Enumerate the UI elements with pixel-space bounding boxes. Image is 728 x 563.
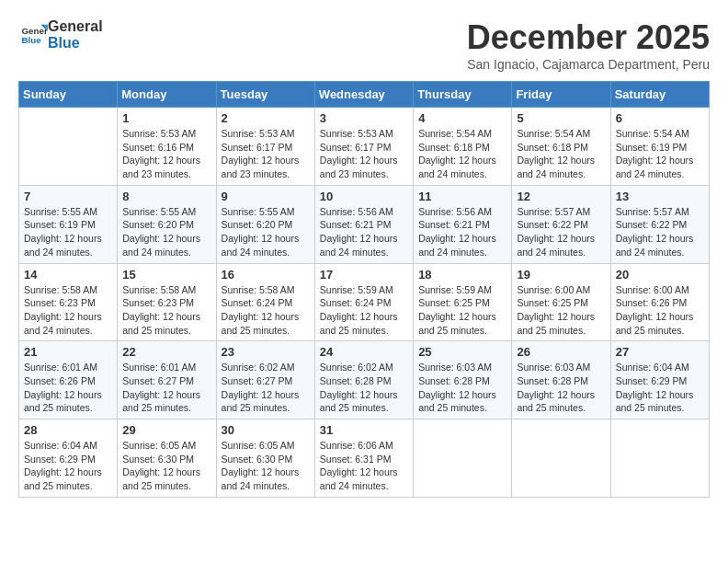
cell-sun-info: Sunrise: 6:02 AMSunset: 6:28 PMDaylight:… — [320, 361, 408, 415]
cell-sun-info: Sunrise: 5:57 AMSunset: 6:22 PMDaylight:… — [616, 205, 704, 259]
cell-day-number: 17 — [320, 268, 408, 282]
cell-sun-info: Sunrise: 5:58 AMSunset: 6:23 PMDaylight:… — [122, 283, 210, 338]
cell-sun-info: Sunrise: 6:04 AMSunset: 6:29 PMDaylight:… — [24, 439, 112, 493]
cell-day-number: 12 — [517, 190, 605, 203]
calendar-cell: 10Sunrise: 5:56 AMSunset: 6:21 PMDayligh… — [314, 185, 413, 263]
cell-sun-info: Sunrise: 6:03 AMSunset: 6:28 PMDaylight:… — [517, 361, 605, 415]
logo-icon: General Blue — [20, 21, 48, 49]
calendar-cell: 7Sunrise: 5:55 AMSunset: 6:19 PMDaylight… — [19, 185, 118, 263]
cell-sun-info: Sunrise: 6:05 AMSunset: 6:30 PMDaylight:… — [222, 439, 310, 493]
calendar-cell: 27Sunrise: 6:04 AMSunset: 6:29 PMDayligh… — [610, 341, 709, 419]
calendar-cell: 2Sunrise: 5:53 AMSunset: 6:17 PMDaylight… — [216, 108, 314, 186]
logo-blue-text: Blue — [48, 35, 103, 52]
calendar-cell: 22Sunrise: 6:01 AMSunset: 6:27 PMDayligh… — [118, 341, 216, 419]
cell-sun-info: Sunrise: 5:59 AMSunset: 6:24 PMDaylight:… — [320, 283, 408, 338]
cell-sun-info: Sunrise: 6:00 AMSunset: 6:25 PMDaylight:… — [517, 283, 605, 338]
cell-day-number: 16 — [222, 268, 310, 282]
cell-sun-info: Sunrise: 5:53 AMSunset: 6:17 PMDaylight:… — [222, 127, 310, 181]
cell-sun-info: Sunrise: 5:57 AMSunset: 6:22 PMDaylight:… — [517, 205, 605, 259]
cell-sun-info: Sunrise: 6:01 AMSunset: 6:27 PMDaylight:… — [122, 361, 210, 415]
weekday-header-saturday: Saturday — [610, 82, 709, 108]
cell-day-number: 8 — [122, 190, 210, 203]
cell-day-number: 10 — [320, 190, 408, 203]
cell-sun-info: Sunrise: 6:04 AMSunset: 6:29 PMDaylight:… — [616, 361, 704, 415]
cell-day-number: 19 — [517, 268, 605, 282]
cell-sun-info: Sunrise: 5:54 AMSunset: 6:18 PMDaylight:… — [418, 127, 506, 181]
cell-sun-info: Sunrise: 5:58 AMSunset: 6:23 PMDaylight:… — [24, 283, 112, 338]
cell-day-number: 11 — [418, 190, 506, 203]
calendar-cell: 3Sunrise: 5:53 AMSunset: 6:17 PMDaylight… — [314, 108, 413, 186]
weekday-header-sunday: Sunday — [19, 82, 118, 108]
cell-sun-info: Sunrise: 5:53 AMSunset: 6:17 PMDaylight:… — [320, 127, 408, 181]
calendar-week-row: 7Sunrise: 5:55 AMSunset: 6:19 PMDaylight… — [19, 185, 710, 263]
cell-day-number: 2 — [222, 111, 310, 125]
calendar-cell: 6Sunrise: 5:54 AMSunset: 6:19 PMDaylight… — [610, 108, 709, 186]
cell-day-number: 30 — [222, 423, 310, 437]
cell-sun-info: Sunrise: 6:02 AMSunset: 6:27 PMDaylight:… — [222, 361, 310, 415]
calendar-cell: 24Sunrise: 6:02 AMSunset: 6:28 PMDayligh… — [314, 341, 413, 419]
calendar-cell: 20Sunrise: 6:00 AMSunset: 6:26 PMDayligh… — [610, 263, 709, 341]
calendar-week-row: 21Sunrise: 6:01 AMSunset: 6:26 PMDayligh… — [19, 341, 710, 419]
cell-sun-info: Sunrise: 6:06 AMSunset: 6:31 PMDaylight:… — [320, 439, 408, 493]
calendar-cell — [512, 419, 610, 498]
calendar-cell: 19Sunrise: 6:00 AMSunset: 6:25 PMDayligh… — [512, 263, 610, 341]
cell-day-number: 4 — [418, 111, 506, 125]
calendar-cell: 5Sunrise: 5:54 AMSunset: 6:18 PMDaylight… — [512, 108, 610, 186]
calendar-cell: 26Sunrise: 6:03 AMSunset: 6:28 PMDayligh… — [512, 341, 610, 419]
cell-sun-info: Sunrise: 5:56 AMSunset: 6:21 PMDaylight:… — [418, 205, 506, 259]
cell-day-number: 21 — [24, 345, 112, 359]
cell-sun-info: Sunrise: 5:53 AMSunset: 6:16 PMDaylight:… — [122, 127, 210, 181]
calendar-week-row: 1Sunrise: 5:53 AMSunset: 6:16 PMDaylight… — [19, 108, 710, 186]
cell-day-number: 1 — [122, 111, 210, 125]
cell-day-number: 15 — [122, 268, 210, 282]
calendar-cell: 9Sunrise: 5:55 AMSunset: 6:20 PMDaylight… — [216, 185, 314, 263]
calendar-cell: 17Sunrise: 5:59 AMSunset: 6:24 PMDayligh… — [314, 263, 413, 341]
calendar-cell: 29Sunrise: 6:05 AMSunset: 6:30 PMDayligh… — [118, 419, 216, 498]
cell-sun-info: Sunrise: 5:55 AMSunset: 6:20 PMDaylight:… — [122, 205, 210, 259]
weekday-header-wednesday: Wednesday — [314, 82, 413, 108]
calendar-cell: 21Sunrise: 6:01 AMSunset: 6:26 PMDayligh… — [19, 341, 118, 419]
cell-sun-info: Sunrise: 5:58 AMSunset: 6:24 PMDaylight:… — [222, 283, 310, 338]
cell-day-number: 31 — [320, 423, 408, 437]
cell-sun-info: Sunrise: 5:56 AMSunset: 6:21 PMDaylight:… — [320, 205, 408, 259]
cell-day-number: 18 — [418, 268, 506, 282]
calendar-cell: 1Sunrise: 5:53 AMSunset: 6:16 PMDaylight… — [118, 108, 216, 186]
logo: General Blue General Blue — [18, 18, 103, 51]
weekday-header-friday: Friday — [512, 82, 610, 108]
calendar-cell: 12Sunrise: 5:57 AMSunset: 6:22 PMDayligh… — [512, 185, 610, 263]
calendar-cell: 15Sunrise: 5:58 AMSunset: 6:23 PMDayligh… — [118, 263, 216, 341]
cell-day-number: 9 — [222, 190, 310, 203]
cell-sun-info: Sunrise: 6:00 AMSunset: 6:26 PMDaylight:… — [616, 283, 704, 338]
calendar-cell: 8Sunrise: 5:55 AMSunset: 6:20 PMDaylight… — [118, 185, 216, 263]
svg-text:Blue: Blue — [22, 35, 42, 45]
calendar-cell — [19, 108, 118, 186]
cell-day-number: 24 — [320, 345, 408, 359]
calendar-cell: 23Sunrise: 6:02 AMSunset: 6:27 PMDayligh… — [216, 341, 314, 419]
calendar-cell: 13Sunrise: 5:57 AMSunset: 6:22 PMDayligh… — [610, 185, 709, 263]
cell-day-number: 13 — [616, 190, 704, 203]
weekday-header-row: SundayMondayTuesdayWednesdayThursdayFrid… — [19, 82, 710, 108]
calendar-cell: 16Sunrise: 5:58 AMSunset: 6:24 PMDayligh… — [216, 263, 314, 341]
cell-day-number: 23 — [222, 345, 310, 359]
calendar-week-row: 14Sunrise: 5:58 AMSunset: 6:23 PMDayligh… — [19, 263, 710, 341]
cell-day-number: 7 — [24, 190, 112, 203]
calendar-cell — [610, 419, 709, 498]
calendar-cell: 31Sunrise: 6:06 AMSunset: 6:31 PMDayligh… — [314, 419, 413, 498]
cell-day-number: 3 — [320, 111, 408, 125]
cell-sun-info: Sunrise: 5:55 AMSunset: 6:20 PMDaylight:… — [222, 205, 310, 259]
calendar-cell: 11Sunrise: 5:56 AMSunset: 6:21 PMDayligh… — [414, 185, 512, 263]
calendar-cell: 4Sunrise: 5:54 AMSunset: 6:18 PMDaylight… — [414, 108, 512, 186]
calendar-cell: 25Sunrise: 6:03 AMSunset: 6:28 PMDayligh… — [414, 341, 512, 419]
cell-day-number: 29 — [122, 423, 210, 437]
calendar-cell: 30Sunrise: 6:05 AMSunset: 6:30 PMDayligh… — [216, 419, 314, 498]
calendar-cell: 28Sunrise: 6:04 AMSunset: 6:29 PMDayligh… — [19, 419, 118, 498]
cell-sun-info: Sunrise: 6:01 AMSunset: 6:26 PMDaylight:… — [24, 361, 112, 415]
month-title: December 2025 — [467, 18, 710, 57]
cell-day-number: 5 — [517, 111, 605, 125]
title-area: December 2025 San Ignacio, Cajamarca Dep… — [467, 18, 710, 72]
cell-day-number: 20 — [616, 268, 704, 282]
calendar-week-row: 28Sunrise: 6:04 AMSunset: 6:29 PMDayligh… — [19, 419, 710, 498]
calendar-cell: 18Sunrise: 5:59 AMSunset: 6:25 PMDayligh… — [414, 263, 512, 341]
cell-sun-info: Sunrise: 5:54 AMSunset: 6:18 PMDaylight:… — [517, 127, 605, 181]
cell-sun-info: Sunrise: 5:59 AMSunset: 6:25 PMDaylight:… — [418, 283, 506, 338]
